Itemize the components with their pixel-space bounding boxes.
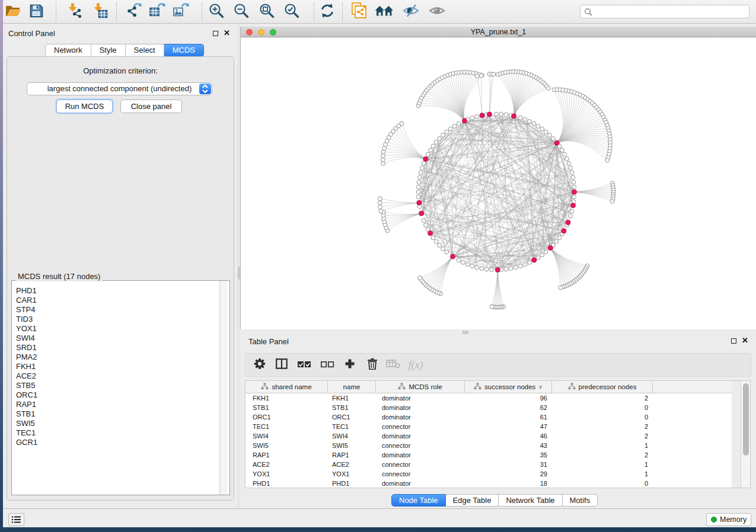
delete-column-icon[interactable] bbox=[367, 358, 378, 372]
network-node[interactable] bbox=[540, 253, 544, 257]
network-node[interactable] bbox=[434, 239, 438, 243]
network-node[interactable] bbox=[470, 264, 474, 268]
mcds-network-node[interactable] bbox=[462, 118, 467, 123]
network-node[interactable] bbox=[378, 205, 382, 209]
zoom-in-icon[interactable] bbox=[209, 2, 225, 21]
mcds-network-node[interactable] bbox=[562, 229, 566, 233]
table-row[interactable]: FKH1FKH1dominator962 bbox=[245, 393, 732, 403]
export-network-icon[interactable] bbox=[126, 2, 142, 21]
table-row[interactable]: PHD1PHD1dominator180 bbox=[245, 479, 732, 488]
tab-edge-table[interactable]: Edge Table bbox=[446, 494, 499, 507]
network-node[interactable] bbox=[569, 166, 573, 170]
table-row[interactable]: SWI4SWI4dominator462 bbox=[245, 431, 732, 441]
mcds-network-node[interactable] bbox=[554, 140, 559, 145]
table-row[interactable]: TEC1TEC1connector472 bbox=[245, 422, 732, 431]
network-node[interactable] bbox=[429, 148, 433, 152]
network-node[interactable] bbox=[536, 256, 540, 260]
network-node[interactable] bbox=[416, 190, 420, 194]
network-node[interactable] bbox=[441, 247, 445, 251]
mcds-node-item[interactable]: STP4 bbox=[16, 305, 37, 315]
network-window-titlebar[interactable]: YPA_prune.txt_1 bbox=[241, 27, 756, 37]
column-header-name[interactable]: name bbox=[328, 381, 376, 393]
network-node[interactable] bbox=[551, 137, 556, 141]
network-node[interactable] bbox=[548, 133, 552, 137]
tab-mcds[interactable]: MCDS bbox=[164, 44, 204, 57]
network-node[interactable] bbox=[557, 236, 562, 240]
mcds-node-item[interactable]: STB5 bbox=[16, 381, 37, 390]
network-node[interactable] bbox=[448, 127, 452, 131]
network-node[interactable] bbox=[378, 201, 382, 205]
tab-select[interactable]: Select bbox=[126, 44, 164, 57]
table-row[interactable]: ACE2ACE2connector311 bbox=[245, 460, 732, 469]
task-history-button[interactable] bbox=[8, 513, 24, 526]
network-node[interactable] bbox=[518, 264, 522, 268]
mcds-network-node[interactable] bbox=[566, 220, 570, 225]
function-builder-icon[interactable]: f(x) bbox=[409, 359, 423, 371]
network-canvas[interactable] bbox=[241, 38, 756, 329]
mcds-network-node[interactable] bbox=[451, 254, 455, 259]
network-node[interactable] bbox=[381, 158, 385, 162]
network-node[interactable] bbox=[457, 121, 461, 126]
mcds-node-item[interactable]: CAR1 bbox=[16, 296, 37, 305]
mcds-network-node[interactable] bbox=[417, 200, 422, 205]
table-row[interactable]: YOX1YOX1connector291 bbox=[245, 469, 732, 479]
zoom-selected-icon[interactable] bbox=[284, 2, 300, 21]
mcds-network-node[interactable] bbox=[548, 246, 553, 251]
network-node[interactable] bbox=[565, 157, 569, 161]
mcds-network-node[interactable] bbox=[487, 112, 492, 117]
import-table-icon[interactable] bbox=[92, 2, 109, 21]
network-node[interactable] bbox=[420, 166, 425, 170]
network-node[interactable] bbox=[445, 130, 449, 134]
delete-table-icon[interactable] bbox=[386, 359, 400, 371]
mcds-network-node[interactable] bbox=[572, 190, 577, 194]
mcds-result-scrollbar[interactable] bbox=[219, 281, 227, 495]
open-folder-icon[interactable] bbox=[4, 3, 22, 21]
network-node[interactable] bbox=[528, 261, 532, 265]
network-node[interactable] bbox=[381, 154, 385, 158]
network-node[interactable] bbox=[544, 130, 548, 134]
tab-network-table[interactable]: Network Table bbox=[499, 494, 562, 507]
network-node[interactable] bbox=[572, 185, 576, 189]
network-node[interactable] bbox=[431, 236, 435, 240]
network-node[interactable] bbox=[431, 144, 435, 148]
network-node[interactable] bbox=[544, 250, 548, 254]
scrollbar-thumb[interactable] bbox=[743, 383, 749, 456]
share-document-icon[interactable] bbox=[350, 2, 367, 22]
mcds-node-item[interactable]: TEC1 bbox=[16, 428, 37, 438]
network-node[interactable] bbox=[416, 195, 420, 199]
import-network-icon[interactable] bbox=[67, 2, 83, 21]
criterion-select[interactable]: largest connected component (undirected) bbox=[27, 82, 212, 95]
mcds-node-item[interactable]: TID3 bbox=[16, 315, 37, 324]
mcds-node-item[interactable]: STB1 bbox=[16, 409, 37, 419]
network-node[interactable] bbox=[547, 86, 551, 90]
network-node[interactable] bbox=[489, 268, 493, 272]
network-node[interactable] bbox=[563, 152, 567, 156]
network-node[interactable] bbox=[532, 121, 536, 126]
network-node[interactable] bbox=[416, 185, 420, 189]
refresh-icon[interactable] bbox=[320, 3, 335, 21]
network-node[interactable] bbox=[484, 267, 489, 271]
tab-node-table[interactable]: Node Table bbox=[391, 494, 446, 507]
mcds-network-node[interactable] bbox=[571, 203, 576, 208]
network-node[interactable] bbox=[571, 175, 575, 180]
mcds-node-item[interactable]: FKH1 bbox=[16, 362, 37, 371]
network-node[interactable] bbox=[560, 148, 564, 152]
mcds-network-node[interactable] bbox=[480, 113, 484, 118]
network-node[interactable] bbox=[610, 200, 614, 204]
network-node[interactable] bbox=[452, 124, 457, 129]
splitter-handle[interactable] bbox=[462, 331, 468, 334]
network-node[interactable] bbox=[509, 267, 513, 271]
add-column-icon[interactable] bbox=[344, 358, 355, 371]
mcds-network-node[interactable] bbox=[423, 156, 428, 161]
table-row[interactable]: RAP1RAP1dominator352 bbox=[245, 450, 732, 460]
network-node[interactable] bbox=[567, 161, 571, 165]
network-node[interactable] bbox=[480, 267, 484, 271]
network-node[interactable] bbox=[480, 73, 484, 78]
tab-network[interactable]: Network bbox=[45, 44, 91, 57]
network-node[interactable] bbox=[378, 197, 382, 201]
network-node[interactable] bbox=[559, 286, 563, 290]
network-node[interactable] bbox=[523, 262, 527, 267]
network-node[interactable] bbox=[400, 121, 404, 126]
memory-button[interactable]: Memory bbox=[706, 513, 751, 526]
network-node[interactable] bbox=[379, 209, 383, 213]
